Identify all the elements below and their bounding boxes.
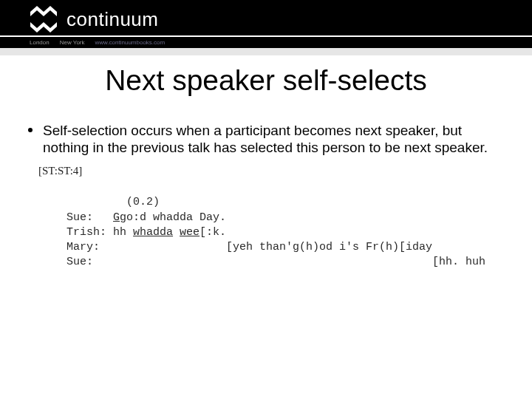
logo-row: continuum xyxy=(0,0,532,33)
transcript-line-trish: Trish: hh whadda wee[:k. xyxy=(66,226,226,239)
transcript-pause: (0.2) xyxy=(66,196,160,208)
brand-name: continuum xyxy=(66,8,158,31)
slide-title: Next speaker self-selects xyxy=(22,64,510,97)
transcript: [ST:ST:4] (0.2) Sue: Ggo:d whadda Day. T… xyxy=(22,165,510,270)
transcript-id: [ST:ST:4] xyxy=(38,165,510,177)
slide-header: continuum London New York www.continuumb… xyxy=(0,0,532,48)
header-subrow: London New York www.continuumbooks.com xyxy=(0,37,532,46)
header-strip xyxy=(0,48,532,55)
location-london: London xyxy=(30,39,50,46)
bullet-text: Self-selection occurs when a participant… xyxy=(43,122,502,156)
transcript-line-sue2: Sue: [hh. huh xyxy=(66,256,485,268)
slide-content: Next speaker self-selects Self-selection… xyxy=(0,55,532,270)
bullet-dot-icon xyxy=(28,128,33,132)
header-url: www.continuumbooks.com xyxy=(95,39,166,46)
transcript-line-sue1: Sue: Ggo:d whadda Day. xyxy=(66,211,226,224)
transcript-line-mary: Mary: [yeh than'g(h)od i's Fr(h)[iday xyxy=(66,241,432,253)
bullet-item: Self-selection occurs when a participant… xyxy=(22,122,510,156)
continuum-logo-icon xyxy=(28,6,59,33)
location-newyork: New York xyxy=(60,39,85,46)
transcript-body: (0.2) Sue: Ggo:d whadda Day. Trish: hh w… xyxy=(38,195,510,270)
